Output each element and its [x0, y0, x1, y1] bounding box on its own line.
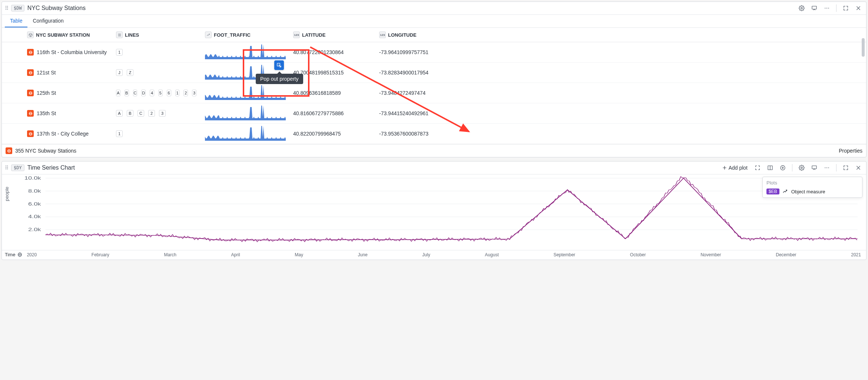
split-button[interactable] [765, 163, 775, 173]
time-tick: 2021 [851, 252, 861, 257]
lines-cell: ABCD456123 [112, 87, 201, 99]
station-type-icon [27, 49, 34, 56]
tab-table[interactable]: Table [5, 15, 27, 27]
time-tick: March [164, 252, 176, 257]
footer-count: 355 NYC Subway Stations [15, 148, 76, 154]
svg-text:8.0k: 8.0k [28, 189, 41, 193]
station-type-icon [27, 130, 34, 137]
timeseries-chart[interactable]: 10.0k8.0k6.0k4.0k2.0k [5, 176, 863, 246]
station-type-icon [27, 90, 34, 96]
settings-button[interactable] [797, 3, 806, 13]
zoom-fit-button[interactable] [753, 163, 762, 173]
zoom-fit-icon [755, 165, 761, 171]
table-row[interactable]: 135th St ABC23 40.816067279775886 -73.94… [2, 103, 866, 124]
col-header-latitude[interactable]: 123 LATITUDE [289, 28, 375, 42]
plot-variable-badge[interactable]: $EB [766, 189, 779, 194]
station-name: 135th St [37, 110, 56, 116]
lines-cell: 1 [112, 47, 201, 58]
chart-line-icon [782, 189, 788, 194]
svg-text:10.0k: 10.0k [24, 176, 41, 180]
close-icon [855, 5, 861, 11]
table-row[interactable]: 116th St - Columbia University 1 40.8077… [2, 42, 866, 63]
col-header-label: LONGITUDE [388, 32, 417, 38]
longitude-cell: -73.94415240492961 [375, 108, 464, 119]
variable-badge[interactable]: $DW [11, 5, 24, 11]
time-tick: May [295, 252, 303, 257]
tab-configuration[interactable]: Configuration [27, 15, 69, 27]
col-header-longitude[interactable]: 123 LONGITUDE [375, 28, 464, 42]
variable-badge[interactable]: $DY [11, 164, 24, 171]
expand-button[interactable] [841, 163, 851, 173]
svg-point-4 [828, 8, 829, 9]
line-chip: 2 [183, 90, 188, 96]
panel-title: Time Series Chart [27, 164, 75, 171]
time-tick: August [485, 252, 498, 257]
latitude-cell: 40.816067279775886 [289, 108, 375, 119]
expand-icon [843, 5, 849, 11]
settings-button[interactable] [797, 163, 806, 173]
station-name: 121st St [37, 70, 56, 76]
svg-point-31 [19, 254, 20, 255]
table-row[interactable]: 125th St ABCD456123 40.80963616818589 -7… [2, 83, 866, 103]
more-button[interactable] [822, 163, 832, 173]
drag-handle-icon[interactable]: ⠿ [5, 5, 8, 11]
station-type-icon [27, 110, 34, 117]
drag-handle-icon[interactable]: ⠿ [5, 165, 8, 171]
time-tick: July [422, 252, 430, 257]
latitude-cell: 40.807722001230864 [289, 47, 375, 57]
plots-popover-title: Plots [766, 180, 858, 186]
present-button[interactable] [809, 3, 819, 13]
svg-point-2 [825, 8, 825, 9]
stations-panel-header: ⠿ $DW NYC Subway Stations [2, 2, 866, 15]
properties-link[interactable]: Properties [839, 148, 862, 154]
more-button[interactable] [822, 3, 832, 13]
ellipsis-icon [824, 165, 830, 171]
present-button[interactable] [809, 163, 819, 173]
pop-out-property-button[interactable] [274, 60, 284, 70]
cube-icon [29, 33, 33, 37]
station-name: 137th St - City College [37, 131, 89, 137]
foot-traffic-sparkline [205, 85, 286, 101]
foot-traffic-sparkline [205, 126, 286, 141]
add-plot-button[interactable]: Add plot [720, 165, 750, 171]
stations-panel: ⠿ $DW NYC Subway Stations Table Configur… [1, 1, 867, 157]
download-icon [780, 165, 786, 171]
foot-traffic-sparkline [205, 106, 286, 121]
svg-point-3 [826, 8, 827, 9]
time-tick: December [776, 252, 796, 257]
line-chip: C [138, 110, 144, 117]
time-tick: April [231, 252, 240, 257]
add-plot-label: Add plot [729, 165, 748, 171]
gear-icon[interactable] [17, 252, 22, 257]
table-row[interactable]: 121st St JZ 40.700481998515315 -73.82834… [2, 63, 866, 83]
line-chip: A [116, 90, 120, 96]
table-scrollbar[interactable] [862, 38, 865, 57]
traffic-cell[interactable] [201, 83, 289, 103]
table-row[interactable]: 137th St - City College 1 40.82200799968… [2, 124, 866, 144]
traffic-cell[interactable] [201, 42, 289, 62]
line-chip: D [141, 90, 146, 96]
traffic-cell[interactable] [201, 124, 289, 144]
close-button[interactable] [854, 163, 863, 173]
chart-icon [206, 33, 211, 37]
split-icon [767, 165, 773, 171]
table-header-row: NYC SUBWAY STATION LINES FOOT_TRAFFIC 12… [2, 28, 866, 42]
col-header-station[interactable]: NYC SUBWAY STATION [23, 28, 112, 42]
col-header-lines[interactable]: LINES [112, 28, 201, 42]
line-chip: 1 [116, 49, 123, 56]
gear-icon [799, 165, 805, 171]
lines-cell: JZ [112, 67, 201, 78]
col-header-traffic[interactable]: FOOT_TRAFFIC [201, 28, 289, 42]
close-button[interactable] [854, 3, 863, 13]
line-chip: 1 [116, 130, 123, 137]
expand-button[interactable] [841, 3, 851, 13]
svg-text:2.0k: 2.0k [28, 227, 41, 232]
time-tick: November [700, 252, 721, 257]
download-button[interactable] [778, 163, 788, 173]
line-chip: B [125, 90, 129, 96]
pop-out-icon [276, 63, 282, 68]
traffic-cell[interactable] [201, 103, 289, 123]
svg-text:4.0k: 4.0k [28, 214, 41, 219]
time-tick: June [358, 252, 368, 257]
col-header-label: LATITUDE [302, 32, 325, 38]
